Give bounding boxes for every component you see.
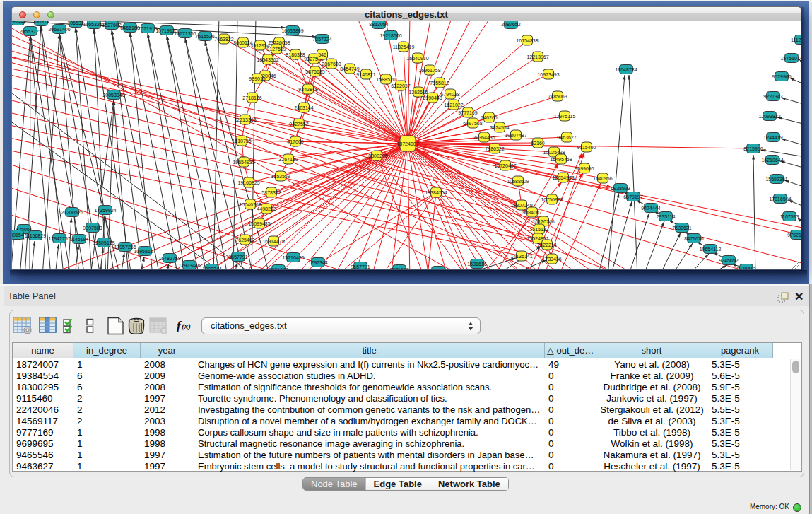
svg-text:9474444: 9474444 <box>641 206 660 211</box>
svg-text:7515526: 7515526 <box>195 34 214 39</box>
svg-text:10654112: 10654112 <box>700 247 722 252</box>
svg-text:16640910: 16640910 <box>406 56 428 61</box>
svg-text:20553721: 20553721 <box>19 29 41 34</box>
svg-text:16648784: 16648784 <box>615 67 637 72</box>
svg-text:6794028: 6794028 <box>440 92 459 97</box>
svg-text:16099485: 16099485 <box>248 221 270 226</box>
svg-text:16543362: 16543362 <box>257 57 278 62</box>
svg-text:62160: 62160 <box>531 141 545 146</box>
svg-text:9245652: 9245652 <box>719 258 738 263</box>
svg-text:4498222: 4498222 <box>257 206 276 211</box>
svg-text:8990448: 8990448 <box>423 95 442 100</box>
svg-text:1071915: 1071915 <box>138 26 157 31</box>
svg-text:5878352: 5878352 <box>261 190 281 195</box>
svg-text:6466160: 6466160 <box>120 25 139 30</box>
svg-text:1615132: 1615132 <box>529 227 548 232</box>
svg-text:16210644: 16210644 <box>761 158 783 163</box>
svg-text:140355: 140355 <box>12 21 26 23</box>
svg-text:9084067: 9084067 <box>522 210 541 215</box>
svg-text:39154: 39154 <box>12 233 24 238</box>
svg-text:20053346: 20053346 <box>102 93 124 98</box>
svg-text:13654923: 13654923 <box>552 175 574 180</box>
svg-text:989015: 989015 <box>249 76 265 81</box>
svg-text:2522214: 2522214 <box>537 243 556 247</box>
svg-text:1640956: 1640956 <box>593 176 612 181</box>
svg-text:16495758: 16495758 <box>550 157 572 162</box>
svg-text:11325419: 11325419 <box>393 45 415 49</box>
svg-text:17016504: 17016504 <box>769 197 791 201</box>
svg-text:14136141: 14136141 <box>510 254 532 259</box>
svg-text:1733436: 1733436 <box>542 257 561 262</box>
svg-text:7955812: 7955812 <box>430 81 449 86</box>
svg-text:9227343: 9227343 <box>763 94 782 99</box>
svg-text:206914: 206914 <box>33 21 49 24</box>
svg-text:2803144: 2803144 <box>294 105 313 110</box>
svg-text:106532: 106532 <box>67 21 83 25</box>
svg-text:16154838: 16154838 <box>516 38 538 43</box>
svg-text:7485063: 7485063 <box>548 94 567 99</box>
svg-text:8454749: 8454749 <box>340 66 359 71</box>
svg-text:15751074: 15751074 <box>780 56 801 61</box>
svg-text:7986322: 7986322 <box>485 146 504 151</box>
svg-text:10025438: 10025438 <box>543 150 565 155</box>
svg-text:1167533: 1167533 <box>780 214 799 219</box>
svg-text:2867608: 2867608 <box>322 62 341 66</box>
svg-text:9657791: 9657791 <box>228 255 247 259</box>
svg-text:1610755: 1610755 <box>232 139 251 144</box>
svg-text:12505135: 12505135 <box>93 240 114 245</box>
svg-text:1292344: 1292344 <box>308 260 327 265</box>
svg-text:9397588: 9397588 <box>83 226 102 230</box>
svg-text:10807487: 10807487 <box>505 133 526 138</box>
svg-text:1531616: 1531616 <box>467 262 486 267</box>
svg-text:18300295: 18300295 <box>365 153 387 158</box>
svg-text:20691406: 20691406 <box>48 27 70 32</box>
svg-text:1244419: 1244419 <box>763 135 782 140</box>
svg-text:3267130: 3267130 <box>278 157 298 162</box>
svg-text:9242848: 9242848 <box>298 87 317 92</box>
svg-text:16782759: 16782759 <box>158 256 180 261</box>
svg-text:15720407: 15720407 <box>494 163 516 168</box>
svg-text:19384554: 19384554 <box>425 190 447 195</box>
svg-text:546: 546 <box>318 52 326 57</box>
svg-text:12923446: 12923446 <box>178 263 200 268</box>
svg-text:16033809: 16033809 <box>281 28 303 33</box>
svg-text:8215956: 8215956 <box>743 146 763 151</box>
svg-text:2087652: 2087652 <box>501 22 520 27</box>
svg-text:417006: 417006 <box>287 139 303 144</box>
svg-text:20200526: 20200526 <box>61 210 83 215</box>
svg-text:12093822: 12093822 <box>758 114 780 119</box>
svg-text:16120746: 16120746 <box>532 219 554 224</box>
svg-text:6938923: 6938923 <box>611 186 630 191</box>
svg-text:6322037: 6322037 <box>391 83 410 88</box>
svg-text:9699695: 9699695 <box>575 166 594 171</box>
svg-text:9463627: 9463627 <box>557 135 576 140</box>
svg-text:18724007: 18724007 <box>396 141 418 146</box>
svg-text:12975115: 12975115 <box>554 114 576 119</box>
svg-text:7357224: 7357224 <box>312 37 331 42</box>
svg-text:18807249: 18807249 <box>510 203 532 208</box>
svg-text:20364436: 20364436 <box>473 135 495 140</box>
svg-text:9146821: 9146821 <box>356 72 375 77</box>
svg-text:19218506: 19218506 <box>379 33 401 38</box>
svg-text:11156829: 11156829 <box>25 233 46 238</box>
svg-text:7663822: 7663822 <box>214 37 233 42</box>
svg-text:19166825: 19166825 <box>237 180 259 185</box>
svg-text:3624554: 3624554 <box>490 125 509 130</box>
svg-text:9777169: 9777169 <box>458 110 477 115</box>
svg-text:7625402: 7625402 <box>235 238 254 243</box>
svg-text:6497568: 6497568 <box>463 121 482 126</box>
svg-text:17957255: 17957255 <box>114 245 136 250</box>
svg-text:2718176: 2718176 <box>242 95 261 100</box>
svg-text:10958107: 10958107 <box>134 249 155 254</box>
svg-text:8813054: 8813054 <box>369 22 388 27</box>
svg-text:17359924: 17359924 <box>94 208 116 213</box>
svg-text:12213967: 12213967 <box>526 54 548 59</box>
svg-text:1527602: 1527602 <box>102 23 121 28</box>
svg-text:15716485: 15716485 <box>282 255 304 260</box>
svg-text:1588520: 1588520 <box>376 77 395 82</box>
svg-text:1145194: 1145194 <box>70 237 89 242</box>
svg-text:5875685: 5875685 <box>305 69 324 74</box>
svg-text:12942757: 12942757 <box>48 236 70 241</box>
svg-text:15592391: 15592391 <box>765 177 787 182</box>
svg-text:19654935: 19654935 <box>233 160 254 165</box>
